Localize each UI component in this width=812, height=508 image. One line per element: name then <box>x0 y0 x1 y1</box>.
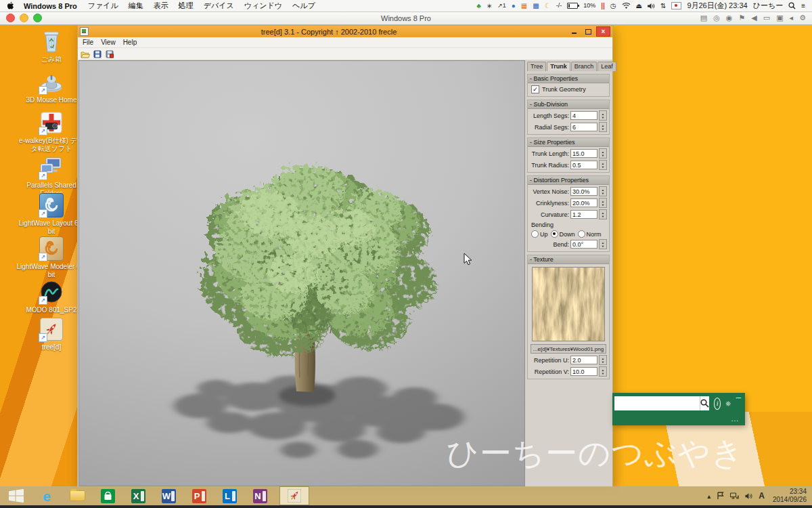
battery-icon[interactable] <box>567 3 578 9</box>
display-icon[interactable]: ▭ <box>763 14 770 22</box>
apple-icon[interactable] <box>7 1 14 10</box>
trunk-radius-input[interactable]: 0.5 <box>570 161 597 169</box>
sync-arrows-icon[interactable]: ⇅ <box>660 3 666 9</box>
ime-indicator[interactable]: A <box>759 491 765 501</box>
input-source-flag-icon[interactable] <box>671 2 681 9</box>
menu-help[interactable]: Help <box>123 39 137 46</box>
search-button[interactable] <box>700 396 709 410</box>
taskbar-treed-active[interactable] <box>279 486 309 505</box>
time-machine-icon[interactable]: ◷ <box>610 3 616 9</box>
minimize-button[interactable] <box>568 27 581 36</box>
action-center-flag-icon[interactable] <box>717 492 724 500</box>
vertex-noise-input[interactable]: 30.0% <box>570 187 597 196</box>
desktop-icon-lightwave-layout[interactable]: ↗ LightWave Layout 64-bit <box>16 192 87 236</box>
repetition-u-spinner[interactable]: ▲▼ <box>599 355 607 365</box>
blue-app-icon[interactable]: ▩ <box>533 3 539 9</box>
mac-menu-actions[interactable]: 処理 <box>179 1 194 11</box>
curvature-spinner[interactable]: ▲▼ <box>599 209 607 219</box>
spotlight-icon[interactable] <box>788 2 796 9</box>
cd-icon[interactable]: ◉ <box>726 14 733 22</box>
volume-icon[interactable] <box>745 492 752 500</box>
repetition-v-spinner[interactable]: ▲▼ <box>599 366 607 377</box>
desktop-icon-parallels-shared-folders[interactable]: ↗ Parallels Shared Folders <box>16 154 87 198</box>
green-app-status-icon[interactable]: ♣ <box>476 3 481 9</box>
bending-up-radio[interactable] <box>531 230 539 238</box>
wifi-icon[interactable] <box>622 3 631 9</box>
crinklyness-spinner[interactable]: ▲▼ <box>599 198 607 208</box>
taskbar-onenote[interactable]: N <box>249 487 271 505</box>
widget-more-button[interactable]: ... <box>731 416 739 423</box>
taskbar-file-explorer[interactable] <box>66 487 88 505</box>
gear-icon[interactable]: ⚙ <box>799 14 806 22</box>
texture-preview[interactable] <box>532 267 605 341</box>
paw-status-icon[interactable]: ∗ <box>487 3 492 9</box>
maximize-button[interactable] <box>582 27 595 36</box>
trunk-length-spinner[interactable]: ▲▼ <box>599 148 607 158</box>
mac-menu-file[interactable]: ファイル <box>88 1 118 11</box>
moon-icon[interactable]: ☾ <box>545 3 551 9</box>
radial-segs-input[interactable]: 6 <box>570 123 597 131</box>
desktop-icon-recycle-bin[interactable]: ごみ箱 <box>16 28 87 64</box>
microphone-icon[interactable]: ◎ <box>713 14 720 22</box>
open-file-button[interactable] <box>81 49 90 58</box>
tab-leaf[interactable]: Leaf <box>597 62 616 71</box>
settings-gear-icon[interactable] <box>725 398 731 409</box>
network-icon[interactable] <box>730 492 739 500</box>
section-header[interactable]: - Distortion Properties <box>528 176 609 185</box>
pause-icon[interactable]: || <box>601 3 605 9</box>
mac-menu-devices[interactable]: デバイス <box>204 1 234 11</box>
desktop-icon-lightwave-modeler[interactable]: ↗ LightWave Modeler 64-bit <box>16 236 87 279</box>
eject-icon[interactable]: ⏏ <box>636 3 642 9</box>
activity-chart-icon[interactable]: ↗1 <box>497 3 506 9</box>
desktop-icon-modo[interactable]: ↗ MODO 801_SP2 <box>16 279 87 314</box>
menu-file[interactable]: File <box>83 39 93 46</box>
screenshot-icon[interactable]: ▣ <box>776 14 783 22</box>
back-icon[interactable]: ◂ <box>790 14 794 22</box>
close-button[interactable]: × <box>596 26 610 37</box>
export-button[interactable] <box>105 49 114 58</box>
window-titlebar[interactable]: tree[d] 3.1 - Copyright ↑ 2002-2010 frec… <box>78 26 612 37</box>
taskbar-ie[interactable]: e <box>36 487 58 505</box>
trunk-geometry-checkbox[interactable]: ✓ <box>531 85 539 93</box>
taskbar-lync[interactable]: L <box>219 487 240 505</box>
start-button[interactable] <box>5 487 27 505</box>
desktop-icon-treed[interactable]: ↗ tree[d] <box>16 316 87 352</box>
curvature-input[interactable]: 1.2 <box>570 210 597 219</box>
volume-icon[interactable] <box>648 3 655 9</box>
tab-branch[interactable]: Branch <box>571 62 597 71</box>
repetition-u-input[interactable]: 2.0 <box>570 356 597 364</box>
section-header[interactable]: - Size Properties <box>528 138 609 147</box>
mac-app-menu[interactable]: Windows 8 Pro <box>24 2 77 10</box>
trunk-length-input[interactable]: 15.0 <box>570 149 597 158</box>
radial-segs-spinner[interactable]: ▲▼ <box>599 122 607 132</box>
taskbar-powerpoint[interactable]: P <box>188 487 210 505</box>
section-header[interactable]: - Texture <box>528 255 609 264</box>
crinklyness-input[interactable]: 20.0% <box>570 198 597 207</box>
info-button[interactable]: i <box>714 398 721 410</box>
notification-center-icon[interactable]: ≡ <box>801 3 805 9</box>
search-input[interactable] <box>614 396 700 410</box>
taskbar-excel[interactable]: X <box>127 487 149 505</box>
length-segs-spinner[interactable]: ▲▼ <box>599 110 607 121</box>
viewport-3d[interactable] <box>78 60 525 486</box>
bending-down-radio[interactable] <box>551 230 558 238</box>
mac-user-menu[interactable]: ひーちー <box>753 1 784 11</box>
tray-hidden-icons-button[interactable]: ▴ <box>707 492 710 500</box>
length-segs-input[interactable]: 4 <box>570 111 597 120</box>
orange-app-icon[interactable]: ▦ <box>521 3 527 9</box>
section-header[interactable]: - Sub-Division <box>528 100 609 109</box>
mac-menu-view[interactable]: 表示 <box>154 1 168 11</box>
taskbar-word[interactable]: W <box>158 487 179 505</box>
taskbar-store[interactable] <box>97 487 118 505</box>
texture-path-button[interactable]: ...e[d]¥Textures¥Wood01.png <box>531 344 606 354</box>
mac-menu-edit[interactable]: 編集 <box>129 1 143 11</box>
flag-icon[interactable]: ⚑ <box>738 14 745 22</box>
tab-tree[interactable]: Tree <box>527 62 546 71</box>
vertex-noise-spinner[interactable]: ▲▼ <box>599 186 607 196</box>
save-button[interactable] <box>93 49 102 58</box>
keyboard-icon[interactable]: ▤ <box>700 14 707 22</box>
volume-icon[interactable]: ◀ <box>751 14 757 22</box>
trunk-radius-spinner[interactable]: ▲▼ <box>599 160 607 170</box>
desktop-icon-3d-mouse-home[interactable]: ↗ 3D Mouse Home <box>16 69 87 104</box>
tab-trunk[interactable]: Trunk <box>547 62 570 71</box>
